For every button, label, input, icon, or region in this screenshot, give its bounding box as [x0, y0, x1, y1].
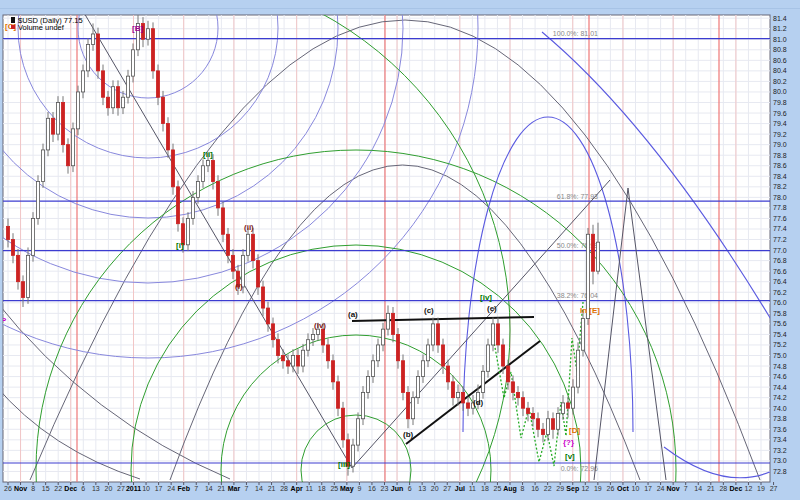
svg-text:74.6: 74.6: [773, 373, 787, 380]
svg-text:77.2: 77.2: [773, 236, 787, 243]
svg-text:16: 16: [368, 485, 376, 492]
svg-text:20: 20: [105, 485, 113, 492]
svg-text:76.8: 76.8: [773, 257, 787, 264]
svg-text:78.0: 78.0: [773, 194, 787, 201]
chart-window: $USD (US Dollar Index - Cash Settle (EOD…: [0, 0, 800, 500]
svg-text:14: 14: [205, 485, 213, 492]
svg-text:28: 28: [719, 485, 727, 492]
legend-volume: Volume undef: [18, 23, 65, 32]
svg-text:73.6: 73.6: [773, 426, 787, 433]
svg-text:77.0: 77.0: [773, 247, 787, 254]
svg-text:2011: 2011: [126, 485, 141, 492]
svg-text:Nov: Nov: [667, 485, 680, 492]
svg-text:79.0: 79.0: [773, 141, 787, 148]
svg-text:79.4: 79.4: [773, 120, 787, 127]
svg-text:(ii): (ii): [244, 223, 254, 232]
svg-text:0.0%: 72.96: 0.0%: 72.96: [561, 465, 598, 472]
svg-text:24: 24: [657, 485, 665, 492]
svg-text:(d): (d): [473, 398, 484, 407]
svg-text:28: 28: [280, 485, 288, 492]
svg-text:11: 11: [469, 485, 476, 492]
svg-text:74.0: 74.0: [773, 405, 787, 412]
svg-text:(iv): (iv): [314, 321, 326, 330]
svg-text:6: 6: [81, 485, 85, 492]
svg-text:77.4: 77.4: [773, 225, 787, 232]
svg-text:12: 12: [745, 485, 753, 492]
svg-text:21: 21: [707, 485, 715, 492]
svg-text:9: 9: [357, 485, 361, 492]
svg-text:7: 7: [194, 485, 198, 492]
svg-text:[D]: [D]: [569, 426, 580, 435]
svg-text:75.8: 75.8: [773, 310, 787, 317]
svg-text:27: 27: [117, 485, 125, 492]
svg-text:25: 25: [494, 485, 502, 492]
svg-text:27: 27: [443, 485, 451, 492]
svg-text:19: 19: [757, 485, 765, 492]
svg-text:May: May: [340, 485, 354, 493]
svg-text:80.6: 80.6: [773, 57, 787, 64]
svg-text:15: 15: [42, 485, 50, 492]
svg-text:Nov: Nov: [14, 485, 27, 492]
svg-text:[iii]: [iii]: [338, 460, 350, 469]
svg-text:7: 7: [244, 485, 248, 492]
svg-text:74.2: 74.2: [773, 394, 787, 401]
svg-text:{?}: {?}: [563, 438, 574, 447]
svg-text:17: 17: [155, 485, 163, 492]
svg-text:74.4: 74.4: [773, 384, 787, 391]
svg-text:10: 10: [632, 485, 640, 492]
svg-text:14: 14: [694, 485, 702, 492]
svg-text:Feb: Feb: [177, 485, 189, 492]
svg-text:78.6: 78.6: [773, 162, 787, 169]
svg-text:100.0%: 81.01: 100.0%: 81.01: [553, 30, 598, 37]
svg-text:7: 7: [684, 485, 688, 492]
svg-text:In [E]: In [E]: [580, 306, 600, 315]
svg-text:Oct: Oct: [617, 485, 629, 492]
svg-text:81.0: 81.0: [773, 36, 787, 43]
svg-text:[v]: [v]: [565, 452, 575, 461]
svg-text:18: 18: [481, 485, 489, 492]
svg-text:75.4: 75.4: [773, 331, 787, 338]
svg-text:81.4: 81.4: [773, 15, 787, 22]
chart-canvas: 100.0%: 81.0161.8%: 77.9350.0%: 76.9938.…: [0, 0, 800, 500]
svg-text:29: 29: [556, 485, 564, 492]
svg-text:[iv]: [iv]: [480, 293, 492, 302]
svg-text:78.4: 78.4: [773, 173, 787, 180]
svg-text:20: 20: [431, 485, 439, 492]
svg-text:80.8: 80.8: [773, 46, 787, 53]
svg-text:80.4: 80.4: [773, 67, 787, 74]
svg-text:21: 21: [217, 485, 225, 492]
svg-text:72.8: 72.8: [773, 468, 787, 475]
svg-text:79.2: 79.2: [773, 131, 787, 138]
svg-text:Dec: Dec: [729, 485, 742, 492]
svg-text:Dec: Dec: [64, 485, 77, 492]
svg-text:73.8: 73.8: [773, 415, 787, 422]
svg-text:76.6: 76.6: [773, 268, 787, 275]
svg-text:(i): (i): [235, 282, 243, 291]
svg-text:[i]: [i]: [176, 241, 184, 250]
svg-text:(c): (c): [424, 306, 434, 315]
svg-text:6: 6: [408, 485, 412, 492]
svg-text:19: 19: [594, 485, 602, 492]
svg-text:38.2%: 76.04: 38.2%: 76.04: [557, 292, 598, 299]
svg-text:18: 18: [318, 485, 326, 492]
svg-text:27: 27: [770, 485, 778, 492]
svg-text:Aug: Aug: [503, 485, 517, 493]
svg-text:77.8: 77.8: [773, 204, 787, 211]
svg-text:24: 24: [167, 485, 175, 492]
svg-text:17: 17: [644, 485, 652, 492]
svg-text:22: 22: [54, 485, 62, 492]
svg-text:(a): (a): [348, 310, 358, 319]
svg-text:78.2: 78.2: [773, 183, 787, 190]
svg-text:75.6: 75.6: [773, 320, 787, 327]
svg-text:13: 13: [92, 485, 100, 492]
svg-text:79.8: 79.8: [773, 99, 787, 106]
svg-text:8: 8: [521, 485, 525, 492]
svg-text:21: 21: [268, 485, 276, 492]
svg-text:8: 8: [31, 485, 35, 492]
svg-text:10: 10: [142, 485, 150, 492]
svg-text:80.2: 80.2: [773, 78, 787, 85]
svg-text:79.6: 79.6: [773, 110, 787, 117]
svg-text:73.4: 73.4: [773, 436, 787, 443]
svg-text:75.2: 75.2: [773, 341, 787, 348]
svg-text:11: 11: [306, 485, 313, 492]
